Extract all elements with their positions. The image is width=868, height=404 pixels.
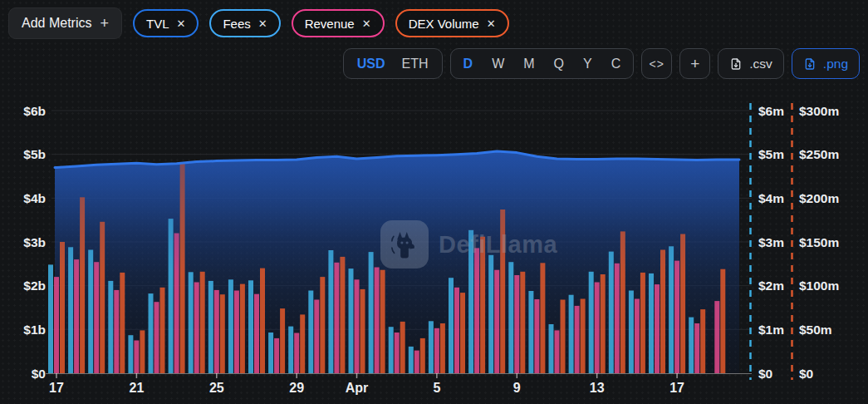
axis-label: $5m [758, 147, 784, 161]
axis-label: $3m [758, 235, 784, 249]
axis-label: $50m [799, 323, 832, 337]
axis-label: $4m [758, 191, 784, 205]
axis-label: $0 [799, 367, 813, 381]
axis-label: $2b [23, 278, 46, 293]
axis-label: $0 [32, 367, 46, 381]
axis-label: 21 [130, 381, 145, 395]
axis-label: $6m [758, 104, 784, 118]
axis-label: $150m [799, 235, 839, 249]
axis-label: $5b [23, 147, 46, 161]
axis-label: Apr [346, 381, 369, 395]
axis-label: $1b [23, 323, 46, 337]
axis-label: $250m [799, 147, 839, 161]
axis-label: $2m [758, 278, 784, 293]
axis-label: $3b [23, 235, 46, 249]
axis-label: 5 [433, 381, 440, 395]
axis-label: 17 [669, 381, 684, 395]
tvl-area-overlay [55, 151, 739, 373]
axis-label: 29 [289, 381, 304, 395]
axis-label: 13 [590, 381, 605, 395]
axis-label: $200m [799, 191, 839, 205]
axis-label: $4b [23, 191, 46, 205]
axis-label: $100m [799, 278, 839, 293]
axis-label: 9 [513, 381, 521, 395]
axis-label: $6b [23, 104, 46, 118]
axis-label: 25 [209, 381, 224, 395]
axis-label: $1m [758, 323, 784, 337]
axis-label: 17 [49, 381, 64, 395]
axis-label: $0 [758, 367, 772, 381]
chart-canvas[interactable]: $6b$5b$4b$3b$2b$1b$0$6m$5m$4m$3m$2m$1m$0… [0, 0, 868, 404]
axis-label: $300m [799, 104, 839, 118]
